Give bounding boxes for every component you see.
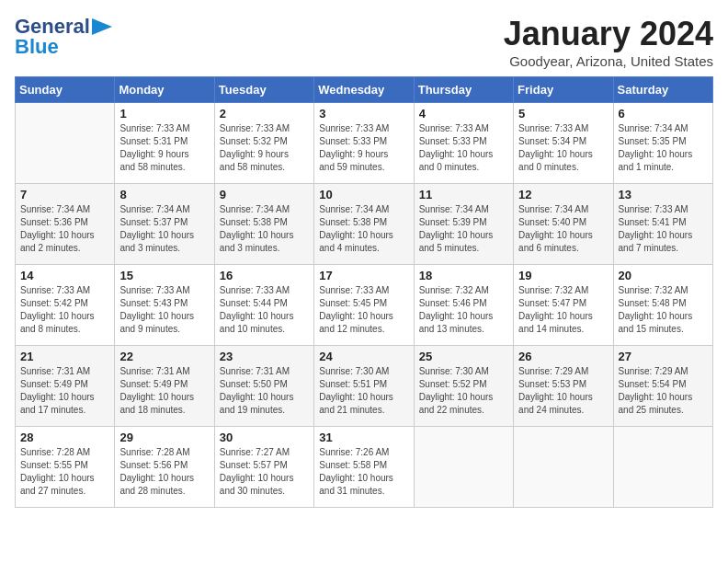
calendar-cell: 4Sunrise: 7:33 AM Sunset: 5:33 PM Daylig… bbox=[414, 103, 513, 184]
calendar-cell: 2Sunrise: 7:33 AM Sunset: 5:32 PM Daylig… bbox=[214, 103, 313, 184]
day-number: 28 bbox=[20, 431, 109, 444]
calendar-cell: 7Sunrise: 7:34 AM Sunset: 5:36 PM Daylig… bbox=[16, 184, 115, 265]
day-info: Sunrise: 7:32 AM Sunset: 5:46 PM Dayligh… bbox=[419, 284, 508, 336]
day-number: 4 bbox=[419, 107, 508, 121]
calendar-cell bbox=[514, 427, 613, 508]
calendar-cell: 29Sunrise: 7:28 AM Sunset: 5:56 PM Dayli… bbox=[115, 427, 214, 508]
calendar-cell: 12Sunrise: 7:34 AM Sunset: 5:40 PM Dayli… bbox=[514, 184, 613, 265]
day-info: Sunrise: 7:33 AM Sunset: 5:43 PM Dayligh… bbox=[119, 284, 209, 336]
day-info: Sunrise: 7:34 AM Sunset: 5:38 PM Dayligh… bbox=[220, 203, 309, 255]
day-info: Sunrise: 7:33 AM Sunset: 5:33 PM Dayligh… bbox=[419, 122, 508, 174]
day-info: Sunrise: 7:33 AM Sunset: 5:42 PM Dayligh… bbox=[20, 284, 109, 336]
day-number: 7 bbox=[20, 188, 109, 201]
calendar-cell: 9Sunrise: 7:34 AM Sunset: 5:38 PM Daylig… bbox=[214, 184, 313, 265]
day-number: 19 bbox=[518, 269, 608, 282]
logo-blue: Blue bbox=[15, 35, 59, 59]
day-number: 8 bbox=[119, 188, 209, 201]
day-number: 24 bbox=[319, 350, 408, 363]
header-saturday: Saturday bbox=[613, 77, 712, 103]
header-sunday: Sunday bbox=[16, 77, 115, 103]
calendar-cell: 1Sunrise: 7:33 AM Sunset: 5:31 PM Daylig… bbox=[115, 103, 214, 184]
calendar-cell bbox=[16, 103, 115, 184]
logo-arrow-icon bbox=[92, 18, 112, 35]
day-number: 17 bbox=[319, 269, 408, 282]
day-number: 14 bbox=[20, 269, 109, 282]
day-info: Sunrise: 7:33 AM Sunset: 5:33 PM Dayligh… bbox=[319, 122, 408, 174]
day-info: Sunrise: 7:33 AM Sunset: 5:34 PM Dayligh… bbox=[518, 122, 608, 174]
calendar-cell: 24Sunrise: 7:30 AM Sunset: 5:51 PM Dayli… bbox=[314, 346, 414, 427]
header-thursday: Thursday bbox=[414, 77, 513, 103]
day-number: 18 bbox=[419, 269, 508, 282]
calendar-cell: 8Sunrise: 7:34 AM Sunset: 5:37 PM Daylig… bbox=[115, 184, 214, 265]
day-info: Sunrise: 7:33 AM Sunset: 5:32 PM Dayligh… bbox=[220, 122, 309, 174]
calendar-cell: 17Sunrise: 7:33 AM Sunset: 5:45 PM Dayli… bbox=[314, 265, 414, 346]
calendar-week-1: 1Sunrise: 7:33 AM Sunset: 5:31 PM Daylig… bbox=[16, 103, 713, 184]
day-number: 11 bbox=[419, 188, 508, 201]
header-tuesday: Tuesday bbox=[214, 77, 313, 103]
calendar-cell: 18Sunrise: 7:32 AM Sunset: 5:46 PM Dayli… bbox=[414, 265, 513, 346]
day-info: Sunrise: 7:30 AM Sunset: 5:52 PM Dayligh… bbox=[419, 365, 508, 417]
calendar-week-4: 21Sunrise: 7:31 AM Sunset: 5:49 PM Dayli… bbox=[16, 346, 713, 427]
calendar-cell: 25Sunrise: 7:30 AM Sunset: 5:52 PM Dayli… bbox=[414, 346, 513, 427]
day-number: 9 bbox=[220, 188, 309, 201]
calendar-cell bbox=[414, 427, 513, 508]
day-info: Sunrise: 7:33 AM Sunset: 5:44 PM Dayligh… bbox=[220, 284, 309, 336]
header-friday: Friday bbox=[514, 77, 613, 103]
calendar-cell: 20Sunrise: 7:32 AM Sunset: 5:48 PM Dayli… bbox=[613, 265, 712, 346]
calendar-week-5: 28Sunrise: 7:28 AM Sunset: 5:55 PM Dayli… bbox=[16, 427, 713, 508]
calendar-cell: 28Sunrise: 7:28 AM Sunset: 5:55 PM Dayli… bbox=[16, 427, 115, 508]
calendar-cell: 13Sunrise: 7:33 AM Sunset: 5:41 PM Dayli… bbox=[613, 184, 712, 265]
day-number: 16 bbox=[220, 269, 309, 282]
day-info: Sunrise: 7:33 AM Sunset: 5:41 PM Dayligh… bbox=[619, 203, 708, 255]
calendar-cell: 16Sunrise: 7:33 AM Sunset: 5:44 PM Dayli… bbox=[214, 265, 313, 346]
title-area: January 2024 Goodyear, Arizona, United S… bbox=[504, 15, 713, 69]
weekday-header-row: Sunday Monday Tuesday Wednesday Thursday… bbox=[16, 77, 713, 103]
day-info: Sunrise: 7:32 AM Sunset: 5:47 PM Dayligh… bbox=[518, 284, 608, 336]
day-number: 6 bbox=[619, 107, 708, 121]
day-number: 21 bbox=[20, 350, 109, 363]
svg-marker-0 bbox=[92, 18, 112, 35]
day-info: Sunrise: 7:31 AM Sunset: 5:49 PM Dayligh… bbox=[20, 365, 109, 417]
calendar-subtitle: Goodyear, Arizona, United States bbox=[504, 53, 713, 69]
day-info: Sunrise: 7:34 AM Sunset: 5:35 PM Dayligh… bbox=[619, 122, 708, 174]
calendar-cell: 6Sunrise: 7:34 AM Sunset: 5:35 PM Daylig… bbox=[613, 103, 712, 184]
header-monday: Monday bbox=[115, 77, 214, 103]
day-number: 10 bbox=[319, 188, 408, 201]
calendar-cell: 22Sunrise: 7:31 AM Sunset: 5:49 PM Dayli… bbox=[115, 346, 214, 427]
day-number: 23 bbox=[220, 350, 309, 363]
calendar-cell: 10Sunrise: 7:34 AM Sunset: 5:38 PM Dayli… bbox=[314, 184, 414, 265]
day-info: Sunrise: 7:28 AM Sunset: 5:55 PM Dayligh… bbox=[20, 446, 109, 498]
day-number: 31 bbox=[319, 431, 408, 444]
day-info: Sunrise: 7:27 AM Sunset: 5:57 PM Dayligh… bbox=[220, 446, 309, 498]
day-info: Sunrise: 7:31 AM Sunset: 5:49 PM Dayligh… bbox=[119, 365, 209, 417]
day-info: Sunrise: 7:28 AM Sunset: 5:56 PM Dayligh… bbox=[119, 446, 209, 498]
day-number: 2 bbox=[220, 107, 309, 121]
day-number: 3 bbox=[319, 107, 408, 121]
day-number: 5 bbox=[518, 107, 608, 121]
day-number: 27 bbox=[619, 350, 708, 363]
day-number: 26 bbox=[518, 350, 608, 363]
day-number: 25 bbox=[419, 350, 508, 363]
day-info: Sunrise: 7:34 AM Sunset: 5:38 PM Dayligh… bbox=[319, 203, 408, 255]
day-number: 13 bbox=[619, 188, 708, 201]
calendar-cell: 3Sunrise: 7:33 AM Sunset: 5:33 PM Daylig… bbox=[314, 103, 414, 184]
calendar-cell: 21Sunrise: 7:31 AM Sunset: 5:49 PM Dayli… bbox=[16, 346, 115, 427]
calendar-week-3: 14Sunrise: 7:33 AM Sunset: 5:42 PM Dayli… bbox=[16, 265, 713, 346]
header-wednesday: Wednesday bbox=[314, 77, 414, 103]
calendar-cell bbox=[613, 427, 712, 508]
logo: General Blue bbox=[15, 15, 112, 59]
page-header: General Blue January 2024 Goodyear, Ariz… bbox=[15, 15, 713, 69]
calendar-cell: 19Sunrise: 7:32 AM Sunset: 5:47 PM Dayli… bbox=[514, 265, 613, 346]
day-info: Sunrise: 7:32 AM Sunset: 5:48 PM Dayligh… bbox=[619, 284, 708, 336]
calendar-title: January 2024 bbox=[504, 15, 713, 53]
day-info: Sunrise: 7:34 AM Sunset: 5:39 PM Dayligh… bbox=[419, 203, 508, 255]
day-number: 20 bbox=[619, 269, 708, 282]
calendar-cell: 11Sunrise: 7:34 AM Sunset: 5:39 PM Dayli… bbox=[414, 184, 513, 265]
calendar-cell: 14Sunrise: 7:33 AM Sunset: 5:42 PM Dayli… bbox=[16, 265, 115, 346]
day-info: Sunrise: 7:34 AM Sunset: 5:36 PM Dayligh… bbox=[20, 203, 109, 255]
calendar-cell: 23Sunrise: 7:31 AM Sunset: 5:50 PM Dayli… bbox=[214, 346, 313, 427]
day-number: 30 bbox=[220, 431, 309, 444]
day-number: 29 bbox=[119, 431, 209, 444]
day-number: 22 bbox=[119, 350, 209, 363]
calendar-cell: 26Sunrise: 7:29 AM Sunset: 5:53 PM Dayli… bbox=[514, 346, 613, 427]
